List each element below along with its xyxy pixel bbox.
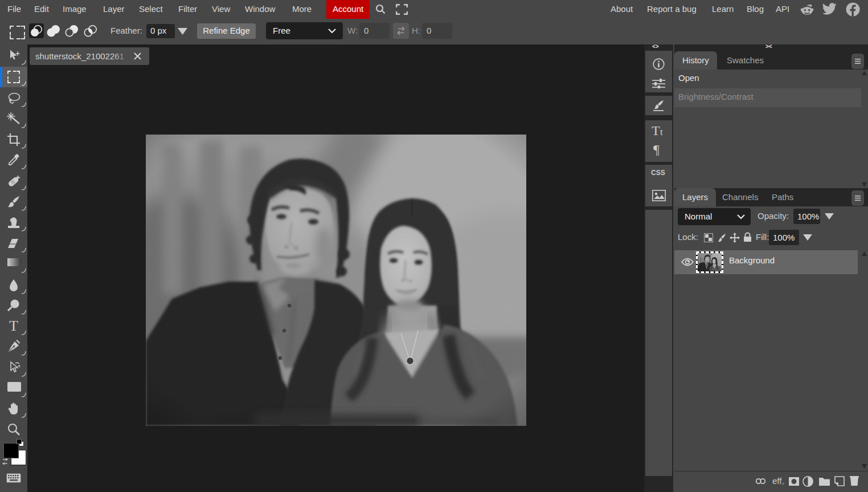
svg-text:T: T [9, 319, 18, 333]
svg-text:T: T [652, 125, 660, 137]
svg-text:¶: ¶ [653, 143, 660, 157]
svg-text:t: t [660, 127, 663, 137]
